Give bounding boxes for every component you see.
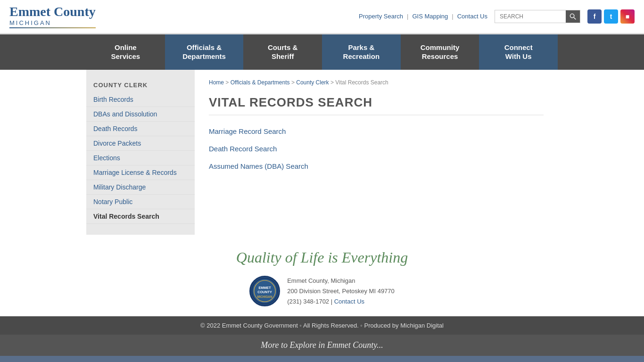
contact-us-link[interactable]: Contact Us [457,13,487,20]
logo-divider [9,27,96,28]
sidebar: COUNTY CLERK Birth Records DBAs and Diss… [86,70,195,235]
footer-phone: (231) 348-1702 | Contact Us [287,296,395,307]
footer-tagline: Quality of Life is Everything [9,249,635,266]
nav-courts-sheriff[interactable]: Courts &Sheriff [243,34,322,70]
breadcrumb: Home > Officials & Departments > County … [209,79,544,86]
svg-text:MICHIGAN: MICHIGAN [257,295,272,298]
sidebar-item-military-discharge[interactable]: Military Discharge [86,180,195,195]
copyright-text: © 2022 Emmet County Government ◦ All Rig… [200,322,444,329]
search-button[interactable] [566,10,580,23]
dba-search-link[interactable]: Assumed Names (DBA) Search [209,162,544,170]
nav-parks-recreation[interactable]: Parks &Recreation [322,34,401,70]
sep1: | [407,13,408,20]
svg-text:COUNTY: COUNTY [257,290,272,295]
sidebar-item-death-records[interactable]: Death Records [86,122,195,136]
footer-band: Quality of Life is Everything EMMET COUN… [0,235,644,316]
more-explore-banner[interactable]: More to Explore in Emmet County... [0,335,644,356]
header-links: Property Search | GIS Mapping | Contact … [359,13,487,20]
footer-street: 200 Division Street, Petoskey MI 49770 [287,286,395,296]
more-explore-text: More to Explore in Emmet County... [261,340,383,350]
sidebar-title: COUNTY CLERK [86,77,195,92]
sidebar-item-divorce-packets[interactable]: Divorce Packets [86,136,195,151]
svg-line-1 [574,17,576,19]
property-search-link[interactable]: Property Search [359,13,403,20]
gis-mapping-link[interactable]: GIS Mapping [412,13,448,20]
sidebar-list: Birth Records DBAs and Dissolution Death… [86,92,195,224]
footer-contact-link[interactable]: Contact Us [334,298,364,305]
death-record-search-link[interactable]: Death Record Search [209,145,544,153]
sidebar-item-vital-records[interactable]: Vital Records Search [86,209,195,224]
sidebar-item-marriage-license[interactable]: Marriage License & Records [86,165,195,180]
logo-name: Emmet County [9,5,96,19]
breadcrumb-current: Vital Records Search [335,79,388,86]
breadcrumb-home[interactable]: Home [209,79,224,86]
footer-seal: EMMET COUNTY MICHIGAN [249,276,280,306]
sidebar-item-dbas[interactable]: DBAs and Dissolution [86,107,195,122]
social-icons: f t ■ [587,9,635,24]
nav-community-resources[interactable]: CommunityResources [401,34,479,70]
footer-address: Emmet County, Michigan 200 Division Stre… [287,276,395,307]
nav-online-services[interactable]: OnlineServices [86,34,165,70]
nav-officials-departments[interactable]: Officials &Departments [165,34,244,70]
search-icon [570,13,576,20]
footer-county-name: Emmet County, Michigan [287,276,395,286]
search-input[interactable] [495,10,566,23]
twitter-icon[interactable]: t [604,9,618,24]
logo-state: MICHIGAN [9,19,96,26]
instagram-icon[interactable]: ■ [620,9,635,24]
svg-text:EMMET: EMMET [259,286,272,290]
svg-point-0 [570,14,574,17]
breadcrumb-officials[interactable]: Officials & Departments [231,79,290,86]
copyright-bar: © 2022 Emmet County Government ◦ All Rig… [0,316,644,335]
main-content: Home > Officials & Departments > County … [195,70,558,235]
seal-image: EMMET COUNTY MICHIGAN [251,276,279,306]
breadcrumb-county-clerk[interactable]: County Clerk [296,79,329,86]
nav-connect-with-us[interactable]: ConnectWith Us [479,34,558,70]
search-box [495,10,580,23]
sidebar-item-elections[interactable]: Elections [86,151,195,165]
site-logo[interactable]: Emmet County MICHIGAN [9,5,96,28]
marriage-record-search-link[interactable]: Marriage Record Search [209,127,544,135]
sep2: | [452,13,453,20]
page-title: VITAL RECORDS SEARCH [209,95,544,115]
footer-info: EMMET COUNTY MICHIGAN Emmet County, Mich… [9,276,635,307]
sidebar-item-birth-records[interactable]: Birth Records [86,92,195,107]
sidebar-item-notary-public[interactable]: Notary Public [86,195,195,209]
facebook-icon[interactable]: f [587,9,602,24]
